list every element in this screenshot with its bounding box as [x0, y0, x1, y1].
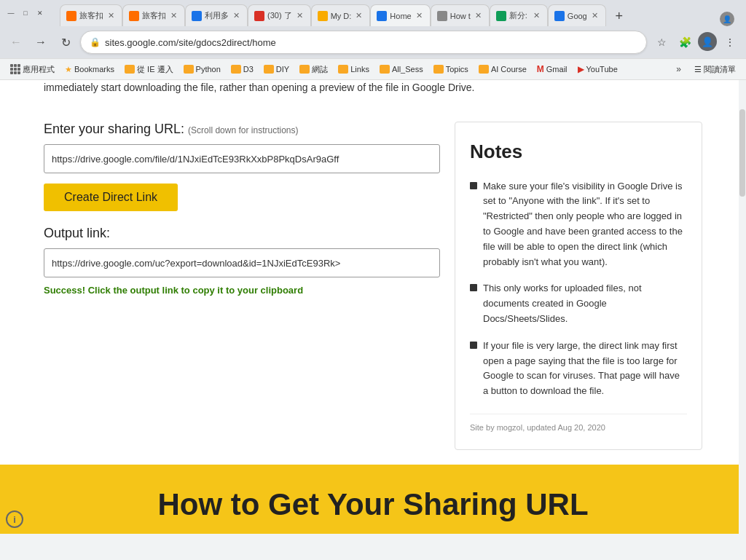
- bookmark-bookmarks[interactable]: ★ Bookmarks: [60, 60, 119, 78]
- url-text: sites.google.com/site/gdocs2direct/home: [105, 37, 637, 48]
- bullet-icon-1: [470, 182, 477, 189]
- page-main: immediately start downloading the file, …: [0, 80, 746, 534]
- bookmark-reading-label: 閱讀清單: [704, 64, 736, 75]
- tab-close-7[interactable]: ✕: [474, 9, 483, 22]
- bookmark-python-label: Python: [196, 65, 221, 74]
- tab-1[interactable]: 旅客扣 ✕: [60, 4, 122, 26]
- tab-favicon-3: [192, 11, 202, 21]
- tab-6-active[interactable]: Home ✕: [370, 4, 430, 26]
- output-link-input[interactable]: [44, 248, 440, 277]
- tab-5[interactable]: My D: ✕: [311, 4, 371, 26]
- apps-grid-icon: [10, 64, 20, 74]
- sharing-url-input[interactable]: [44, 144, 440, 173]
- tab-title-6: Home: [390, 12, 411, 20]
- tab-8[interactable]: 新分: ✕: [490, 4, 548, 26]
- tab-close-6[interactable]: ✕: [415, 9, 424, 22]
- address-bar: ← → ↻ 🔒 sites.google.com/site/gdocs2dire…: [0, 26, 746, 58]
- tab-title-8: 新分:: [509, 10, 529, 21]
- tab-favicon-2: [129, 11, 139, 21]
- tab-3[interactable]: 利用多 ✕: [185, 4, 248, 26]
- bookmark-reading-list[interactable]: ☰ 閱讀清單: [690, 60, 740, 78]
- tab-close-8[interactable]: ✕: [532, 9, 541, 22]
- scrollbar-thumb[interactable]: [739, 109, 745, 197]
- footer-section: How to Get Your Sharing URL: [0, 465, 746, 534]
- create-direct-link-button[interactable]: Create Direct Link: [44, 184, 178, 211]
- bookmark-diy-label: DIY: [276, 65, 289, 74]
- bookmarks-more[interactable]: »: [672, 60, 686, 78]
- tab-favicon-7: [437, 11, 447, 21]
- bookmark-bookmarks-label: Bookmarks: [74, 65, 114, 74]
- browser-chrome: — □ ✕ 旅客扣 ✕ 旅客扣 ✕ 利用多 ✕ (30: [0, 0, 746, 80]
- tab-9[interactable]: Goog ✕: [548, 4, 606, 26]
- new-tab-button[interactable]: +: [609, 6, 629, 26]
- folder-icon-python: [184, 65, 194, 74]
- output-label: Output link:: [44, 226, 440, 241]
- tab-title-3: 利用多: [205, 10, 229, 21]
- folder-icon-diy: [264, 65, 274, 74]
- bookmark-d3[interactable]: D3: [227, 60, 258, 78]
- bookmark-diy[interactable]: DIY: [259, 60, 294, 78]
- bookmark-gmail[interactable]: M Gmail: [533, 60, 572, 78]
- tab-4[interactable]: (30) 了 ✕: [248, 4, 311, 26]
- left-panel: Enter your sharing URL: (Scroll down for…: [44, 122, 440, 450]
- extensions-button[interactable]: 🧩: [675, 32, 695, 52]
- tab-7[interactable]: How t ✕: [431, 4, 490, 26]
- tab-close-1[interactable]: ✕: [106, 9, 116, 22]
- tab-title-9: Goog: [568, 12, 587, 20]
- bookmark-links[interactable]: Links: [334, 60, 374, 78]
- tab-2[interactable]: 旅客扣 ✕: [122, 4, 185, 26]
- bookmark-python[interactable]: Python: [179, 60, 225, 78]
- refresh-button[interactable]: ↻: [55, 32, 76, 52]
- notes-panel: Notes Make sure your file's visibility i…: [455, 122, 702, 450]
- tab-close-3[interactable]: ✕: [232, 9, 241, 22]
- tab-close-5[interactable]: ✕: [354, 9, 364, 22]
- sharing-url-hint: (Scroll down for instructions): [188, 125, 298, 135]
- info-icon: i: [13, 514, 16, 525]
- close-button[interactable]: ✕: [35, 8, 45, 18]
- bookmark-ie[interactable]: 從 IE 遷入: [120, 60, 178, 78]
- tab-title-2: 旅客扣: [142, 10, 166, 21]
- sharing-url-label: Enter your sharing URL: (Scroll down for…: [44, 122, 440, 137]
- scrollbar[interactable]: [739, 80, 746, 534]
- tabs-bar: 旅客扣 ✕ 旅客扣 ✕ 利用多 ✕ (30) 了 ✕ My D:: [54, 0, 740, 26]
- folder-icon-allsess: [380, 65, 390, 74]
- bookmark-apps[interactable]: 應用程式: [6, 60, 59, 78]
- tab-close-4[interactable]: ✕: [295, 9, 305, 22]
- bookmark-youtube[interactable]: ▶ YouTube: [573, 60, 622, 78]
- intro-text-section: immediately start downloading the file, …: [0, 80, 746, 107]
- bookmark-links-label: Links: [350, 65, 369, 74]
- bookmark-apps-label: 應用程式: [23, 64, 55, 75]
- folder-icon-blog: [299, 65, 310, 74]
- profile-avatar[interactable]: 👤: [698, 32, 717, 51]
- bookmarks-bar: 應用程式 ★ Bookmarks 從 IE 遷入 Python D3 DIY 網…: [0, 58, 746, 80]
- tab-close-2[interactable]: ✕: [169, 9, 178, 22]
- bookmark-allsess[interactable]: All_Sess: [375, 60, 428, 78]
- forward-button[interactable]: →: [31, 32, 51, 52]
- tab-close-9[interactable]: ✕: [590, 9, 600, 22]
- notes-item-1: Make sure your file's visibility in Goog…: [470, 179, 687, 270]
- folder-icon-topics: [433, 65, 444, 74]
- tab-title-7: How t: [450, 12, 471, 20]
- bookmark-blog[interactable]: 網誌: [295, 60, 332, 78]
- bookmark-topics[interactable]: Topics: [429, 60, 473, 78]
- bookmark-aicourse-label: AI Course: [491, 65, 527, 74]
- bookmark-aicourse[interactable]: AI Course: [474, 60, 531, 78]
- bookmark-star-button[interactable]: ☆: [651, 32, 672, 52]
- info-button[interactable]: i: [6, 510, 23, 528]
- notes-item-1-text: Make sure your file's visibility in Goog…: [483, 179, 687, 270]
- tab-favicon-1: [66, 11, 76, 21]
- menu-button[interactable]: ⋮: [720, 32, 740, 52]
- url-bar[interactable]: 🔒 sites.google.com/site/gdocs2direct/hom…: [80, 31, 647, 54]
- folder-icon-d3: [231, 65, 241, 74]
- bookmark-gmail-label: Gmail: [546, 65, 568, 74]
- minimize-button[interactable]: —: [6, 8, 16, 18]
- back-button[interactable]: ←: [6, 32, 26, 52]
- tool-section: Enter your sharing URL: (Scroll down for…: [0, 107, 746, 465]
- intro-text: immediately start downloading the file, …: [44, 82, 474, 93]
- bookmark-youtube-label: YouTube: [586, 65, 618, 74]
- maximize-button[interactable]: □: [20, 8, 31, 18]
- tab-title-4: (30) 了: [267, 10, 292, 21]
- profile-icon[interactable]: 👤: [720, 12, 734, 26]
- success-message[interactable]: Success! Click the output link to copy i…: [44, 285, 440, 296]
- bookmark-topics-label: Topics: [446, 65, 468, 74]
